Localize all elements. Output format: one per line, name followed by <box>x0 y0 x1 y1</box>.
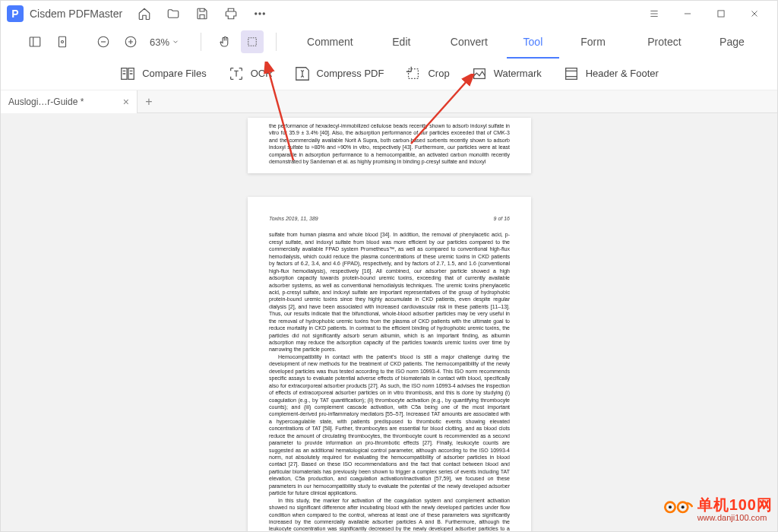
page-9: Toxins 2019, 11, 389 9 of 16 sulfate fro… <box>248 197 531 531</box>
tab-tool[interactable]: Tool <box>507 31 559 52</box>
site-watermark: 单机100网 www.danji100.com <box>663 491 773 525</box>
page-header: Toxins 2019, 11, 389 9 of 16 <box>269 215 510 222</box>
zoom-value: 63% <box>150 36 169 48</box>
compare-files-button[interactable]: Compare Files <box>119 65 207 82</box>
zoom-level-dropdown[interactable]: 63% <box>147 35 182 49</box>
app-logo-letter: P <box>11 8 18 20</box>
sidebar-toggle-icon[interactable] <box>24 30 46 53</box>
close-button[interactable] <box>738 1 771 27</box>
tab-convert[interactable]: Convert <box>432 31 507 52</box>
toolbar-divider <box>201 33 201 51</box>
compress-button[interactable]: Compress PDF <box>294 65 384 82</box>
tab-edit[interactable]: Edit <box>372 31 432 52</box>
zoom-out-button[interactable] <box>92 30 115 53</box>
document-tab-label: Auslogi…r-Guide * <box>8 97 117 107</box>
body-paragraph-2: Hemocompatibility in contact with the pa… <box>269 353 510 497</box>
body-paragraph-3: In this study, the marker for activation… <box>269 497 510 531</box>
tab-form[interactable]: Form <box>559 31 627 52</box>
hand-tool-icon[interactable] <box>213 30 236 53</box>
crop-label: Crop <box>428 68 449 79</box>
watermark-text: 单机100网 <box>697 496 773 513</box>
svg-rect-3 <box>718 11 724 17</box>
svg-point-2 <box>263 13 264 14</box>
watermark-url: www.danji100.com <box>697 513 773 522</box>
watermark-button[interactable]: Watermark <box>471 65 542 82</box>
app-title: Cisdem PDFMaster <box>30 8 122 20</box>
print-icon[interactable] <box>224 7 238 21</box>
ocr-button[interactable]: OCR <box>228 65 273 82</box>
compare-label: Compare Files <box>142 68 207 79</box>
page-number: 9 of 16 <box>494 215 510 222</box>
menu-icon[interactable] <box>637 1 671 27</box>
svg-point-6 <box>62 41 64 43</box>
page-view-icon[interactable] <box>51 30 74 53</box>
main-toolbar: 63% Comment Edit Convert Tool Form Prote… <box>1 27 777 57</box>
document-viewport[interactable]: the performance of hexadecyl-immobilized… <box>1 113 777 531</box>
svg-rect-12 <box>409 68 419 78</box>
body-paragraph-1: sulfate from human plasma and whole bloo… <box>269 231 510 353</box>
page-fragment-text: the performance of hexadecyl-immobilized… <box>269 122 510 166</box>
crop-button[interactable]: Crop <box>405 65 449 82</box>
svg-rect-5 <box>59 36 66 47</box>
document-tab[interactable]: Auslogi…r-Guide * × <box>1 90 138 113</box>
zoom-in-button[interactable] <box>119 30 142 53</box>
close-tab-icon[interactable]: × <box>123 97 129 107</box>
ocr-label: OCR <box>251 68 273 79</box>
svg-point-20 <box>681 505 684 508</box>
svg-point-1 <box>259 13 261 14</box>
header-footer-button[interactable]: Header & Footer <box>563 65 659 82</box>
toolbar-divider-2 <box>276 33 277 51</box>
more-icon[interactable] <box>253 7 267 21</box>
tab-page[interactable]: Page <box>702 31 762 52</box>
watermark-icon <box>663 491 693 525</box>
title-bar: P Cisdem PDFMaster <box>1 1 777 27</box>
sub-toolbar: Compare Files OCR Compress PDF Crop Wate… <box>1 57 777 90</box>
document-tabstrip: Auslogi…r-Guide * × + <box>1 90 777 113</box>
minimize-button[interactable] <box>671 1 704 27</box>
svg-rect-14 <box>565 68 577 79</box>
app-logo: P <box>7 5 24 22</box>
home-icon[interactable] <box>138 7 151 21</box>
tab-comment[interactable]: Comment <box>289 31 372 52</box>
page-fragment-top: the performance of hexadecyl-immobilized… <box>248 118 531 173</box>
journal-label: Toxins 2019, 11, 389 <box>269 215 318 222</box>
watermark-label: Watermark <box>494 68 542 79</box>
save-icon[interactable] <box>195 7 209 21</box>
maximize-button[interactable] <box>704 1 738 27</box>
tab-protect[interactable]: Protect <box>627 31 702 52</box>
svg-point-18 <box>669 505 672 508</box>
select-tool-icon[interactable] <box>241 30 264 53</box>
compress-label: Compress PDF <box>317 68 384 79</box>
headerfooter-label: Header & Footer <box>586 68 659 79</box>
svg-rect-9 <box>248 38 257 46</box>
new-tab-button[interactable]: + <box>138 90 160 113</box>
svg-point-0 <box>255 13 257 14</box>
open-folder-icon[interactable] <box>166 7 180 21</box>
svg-rect-4 <box>30 37 40 46</box>
